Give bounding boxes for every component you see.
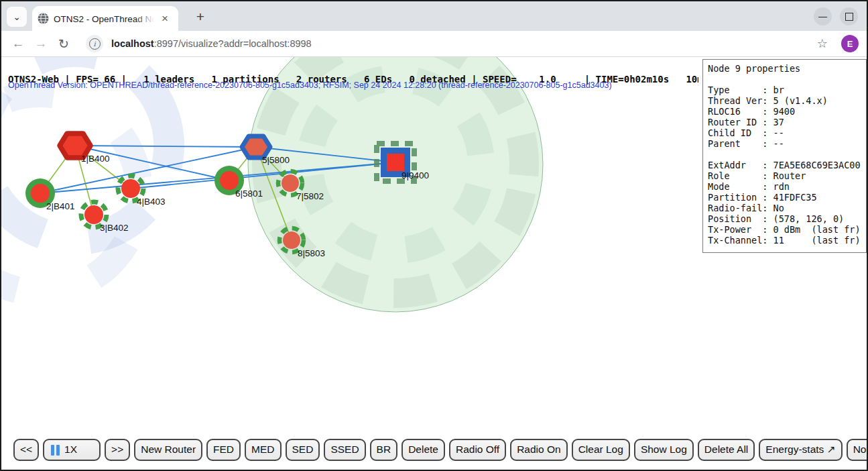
node-1[interactable]: 1|B400 <box>60 134 110 164</box>
forward-button[interactable]: → <box>29 36 52 51</box>
node-body <box>387 154 404 171</box>
toolbar-button-label: MED <box>251 443 274 456</box>
node-label: 1|B400 <box>81 154 110 164</box>
pause-speed-button[interactable]: 1X <box>43 439 101 461</box>
otns-page: 1|B4002|B4013|B4024|B4035|58006|58017|58… <box>1 57 867 470</box>
window-minimize-button[interactable]: — <box>814 7 832 25</box>
router-link <box>75 146 256 147</box>
minimize-icon: — <box>818 11 827 21</box>
node-2[interactable]: 2|B401 <box>25 178 75 211</box>
tab-title: OTNS2 - OpenThread Ne <box>54 13 154 25</box>
toolbar-button-label: << <box>20 443 32 456</box>
delete-button[interactable]: Delete <box>401 439 445 461</box>
toolbar-button-label: 1X <box>64 443 77 456</box>
profile-avatar[interactable]: E <box>841 35 859 52</box>
node-label: 8|5803 <box>298 248 325 258</box>
globe-icon <box>38 13 49 24</box>
address-bar[interactable]: i localhost:8997/visualize?addr=localhos… <box>83 34 834 54</box>
new-router-button[interactable]: New Router <box>134 439 202 461</box>
energy-stats-button[interactable]: Energy-stats ↗ <box>759 439 842 461</box>
node-label: 7|5802 <box>296 191 324 201</box>
pause-icon <box>51 445 60 456</box>
url-host: localhost <box>111 38 154 49</box>
browser-window: ⌄ OTNS2 - OpenThread Ne × + — ← <box>0 0 868 471</box>
node-label: 4|B403 <box>137 197 166 207</box>
window-maximize-button[interactable] <box>840 7 858 25</box>
delete-all-button[interactable]: Delete All <box>698 439 755 461</box>
tab-search-chevron-button[interactable]: ⌄ <box>7 7 27 27</box>
node-label: 6|5801 <box>235 189 263 199</box>
node-label: 9|9400 <box>401 170 429 180</box>
new-tab-button[interactable]: + <box>192 8 209 25</box>
toolbar-button-label: FED <box>213 443 234 456</box>
toolbar-button-label: Show Log <box>641 443 687 456</box>
toolbar-button-label: >> <box>111 443 123 456</box>
node-body <box>121 179 140 198</box>
node-properties-text: Type : br Thread Ver: 5 (v1.4.x) RLOC16 … <box>708 74 866 246</box>
speed-up-button[interactable]: >> <box>105 439 130 461</box>
openthread-version-text: OpenThread Version: OPENTHREAD/thread-re… <box>8 81 612 90</box>
fed-button[interactable]: FED <box>206 439 241 461</box>
ssed-button[interactable]: SSED <box>324 439 365 461</box>
back-button[interactable]: ← <box>7 36 29 51</box>
node-body <box>282 174 299 192</box>
back-icon: ← <box>12 36 25 50</box>
toolbar-button-label: Clear Log <box>578 443 623 456</box>
radio-off-button[interactable]: Radio Off <box>449 439 506 461</box>
node-body <box>220 171 239 190</box>
node-body <box>283 231 300 249</box>
toolbar-button-label: Radio Off <box>456 443 499 456</box>
node-label: 5|5800 <box>262 155 290 165</box>
radio-on-button[interactable]: Radio On <box>510 439 567 461</box>
toolbar-button-label: Energy-stats ↗ <box>765 443 835 456</box>
tab-close-icon[interactable]: × <box>158 12 172 25</box>
med-button[interactable]: MED <box>245 439 281 461</box>
info-icon: i <box>89 38 101 50</box>
br-button[interactable]: BR <box>370 439 398 461</box>
forward-icon: → <box>35 36 48 50</box>
url-text: localhost:8997/visualize?addr=localhost:… <box>111 38 312 49</box>
toolbar-button-label: Radio On <box>517 443 560 456</box>
node-body <box>84 205 103 224</box>
tab-title-fade <box>135 13 154 25</box>
node-properties-title: Node 9 properties <box>708 63 866 74</box>
show-log-button[interactable]: Show Log <box>634 439 694 461</box>
tab-otns2[interactable]: OTNS2 - OpenThread Ne × <box>32 6 178 31</box>
url-path: :8997/visualize?addr=localhost:8998 <box>154 38 312 49</box>
reload-icon: ↻ <box>58 37 69 51</box>
speed-down-button[interactable]: << <box>13 439 39 461</box>
node-label: 3|B402 <box>100 223 129 233</box>
tab-strip: ⌄ OTNS2 - OpenThread Ne × + — <box>1 1 867 31</box>
site-info-button[interactable]: i <box>86 35 103 52</box>
toolbar-button-label: Delete <box>408 443 438 456</box>
toolbar-button-label: New Router <box>141 443 196 456</box>
toolbar-button-label: BR <box>377 443 391 456</box>
toolbar-button-label: Node-stats ↗ <box>853 443 867 456</box>
clear-log-button[interactable]: Clear Log <box>572 439 630 461</box>
node-properties-panel: Node 9 properties Type : br Thread Ver: … <box>702 59 867 253</box>
maximize-icon <box>845 13 853 21</box>
bookmark-star-icon[interactable]: ☆ <box>817 36 828 51</box>
reload-button[interactable]: ↻ <box>52 36 75 52</box>
navigation-bar: ← → ↻ i localhost:8997/visualize?addr=lo… <box>1 31 867 57</box>
chevron-down-icon: ⌄ <box>13 11 21 22</box>
node-label: 2|B401 <box>46 201 75 211</box>
node-body <box>31 184 50 203</box>
simulation-toolbar: <<1X>>New RouterFEDMEDSEDSSEDBRDeleteRad… <box>13 439 867 461</box>
toolbar-button-label: Delete All <box>704 443 748 456</box>
sed-button[interactable]: SED <box>286 439 320 461</box>
toolbar-button-label: SSED <box>330 443 359 456</box>
node-stats-button[interactable]: Node-stats ↗ <box>847 439 867 461</box>
toolbar-button-label: SED <box>292 443 314 456</box>
